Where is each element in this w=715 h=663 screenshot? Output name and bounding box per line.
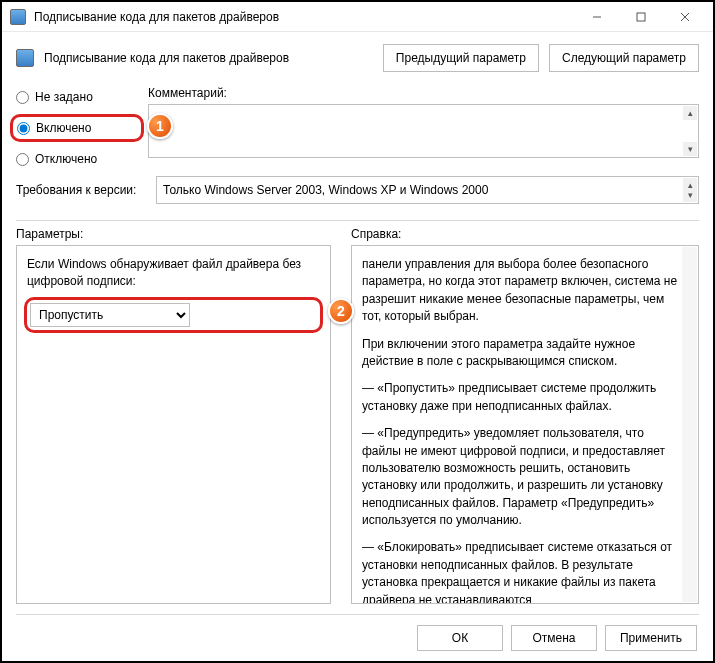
radio-enabled-label: Включено — [36, 121, 91, 135]
highlight-dropdown: Пропустить Предупредить Блокировать 2 — [24, 297, 323, 333]
requirements-box: Только Windows Server 2003, Windows XP и… — [156, 176, 699, 204]
radio-enabled-input[interactable] — [17, 122, 30, 135]
options-prompt: Если Windows обнаруживает файл драйвера … — [27, 256, 320, 290]
radio-not-configured-label: Не задано — [35, 90, 93, 104]
maximize-button[interactable] — [619, 3, 663, 31]
apply-button[interactable]: Применить — [605, 625, 697, 651]
radio-not-configured[interactable]: Не задано — [16, 90, 136, 104]
close-icon — [680, 12, 690, 22]
radio-disabled[interactable]: Отключено — [16, 152, 136, 166]
radio-not-configured-input[interactable] — [16, 91, 29, 104]
callout-1: 1 — [147, 113, 173, 139]
highlight-enabled: Включено 1 — [10, 114, 144, 142]
maximize-icon — [636, 12, 646, 22]
comment-textbox[interactable]: ▴ ▾ — [148, 104, 699, 158]
help-paragraph: панели управления для выбора более безоп… — [362, 256, 680, 326]
prev-setting-button[interactable]: Предыдущий параметр — [383, 44, 539, 72]
signing-action-select[interactable]: Пропустить Предупредить Блокировать — [30, 303, 190, 327]
help-paragraph: — «Предупредить» уведомляет пользователя… — [362, 425, 680, 529]
scroll-up-icon[interactable]: ▴ — [683, 106, 697, 120]
comment-label: Комментарий: — [148, 86, 699, 100]
dialog-buttons: ОК Отмена Применить — [16, 615, 699, 661]
minimize-icon — [592, 12, 602, 22]
options-panel: Если Windows обнаруживает файл драйвера … — [16, 245, 331, 604]
divider — [16, 220, 699, 221]
policy-heading: Подписывание кода для пакетов драйверов — [44, 51, 373, 65]
policy-icon — [16, 49, 34, 67]
help-scrollbar[interactable] — [682, 247, 697, 602]
callout-2: 2 — [328, 298, 354, 324]
help-section-label: Справка: — [351, 227, 401, 241]
ok-button[interactable]: ОК — [417, 625, 503, 651]
cancel-button[interactable]: Отмена — [511, 625, 597, 651]
scroll-down-icon[interactable]: ▾ — [683, 188, 697, 202]
radio-enabled[interactable]: Включено — [17, 121, 133, 135]
options-section-label: Параметры: — [16, 227, 331, 241]
window-title: Подписывание кода для пакетов драйверов — [34, 10, 575, 24]
help-paragraph: При включении этого параметра задайте ну… — [362, 336, 680, 371]
help-panel: панели управления для выбора более безоп… — [351, 245, 699, 604]
titlebar: Подписывание кода для пакетов драйверов — [2, 2, 713, 32]
svg-rect-1 — [637, 13, 645, 21]
help-paragraph: — «Пропустить» предписывает системе прод… — [362, 380, 680, 415]
requirements-label: Требования к версии: — [16, 183, 146, 197]
app-icon — [10, 9, 26, 25]
minimize-button[interactable] — [575, 3, 619, 31]
requirements-value: Только Windows Server 2003, Windows XP и… — [163, 183, 488, 197]
close-button[interactable] — [663, 3, 707, 31]
header-row: Подписывание кода для пакетов драйверов … — [16, 44, 699, 72]
help-paragraph: — «Блокировать» предписывает системе отк… — [362, 539, 680, 604]
next-setting-button[interactable]: Следующий параметр — [549, 44, 699, 72]
radio-disabled-input[interactable] — [16, 153, 29, 166]
radio-disabled-label: Отключено — [35, 152, 97, 166]
scroll-down-icon[interactable]: ▾ — [683, 142, 697, 156]
state-radio-group: Не задано Включено 1 Отключено — [16, 86, 136, 166]
